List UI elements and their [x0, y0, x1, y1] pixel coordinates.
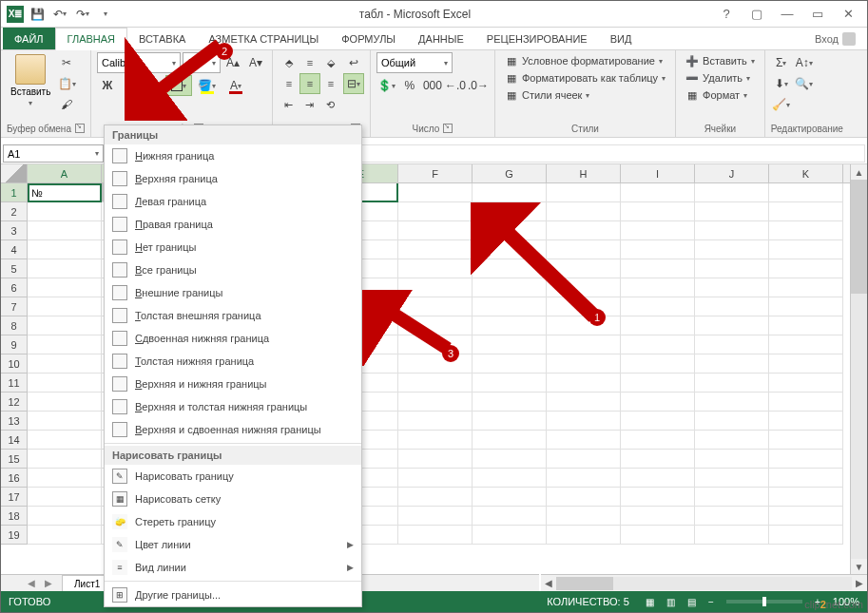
redo-icon[interactable]: ↷▾ — [73, 5, 92, 24]
cell[interactable] — [28, 202, 102, 221]
cell[interactable] — [769, 488, 843, 507]
cell[interactable] — [547, 526, 621, 545]
clipboard-launcher[interactable] — [75, 124, 85, 133]
wrap-text-icon[interactable]: ↩ — [343, 52, 364, 73]
cell[interactable] — [621, 412, 695, 431]
cell[interactable] — [28, 412, 102, 431]
find-select-icon[interactable]: 🔍▾ — [794, 73, 815, 94]
excel-app-icon[interactable]: X≣ — [7, 6, 24, 23]
cell[interactable] — [398, 221, 473, 240]
cell[interactable] — [473, 488, 547, 507]
cell[interactable] — [769, 412, 843, 431]
cell[interactable] — [769, 393, 843, 412]
col-header-j[interactable]: J — [695, 164, 769, 182]
align-right-icon[interactable]: ≡ — [320, 73, 341, 94]
cell[interactable] — [547, 393, 621, 412]
comma-format-icon[interactable]: 000 — [422, 75, 443, 96]
cell[interactable] — [28, 507, 102, 526]
sheet-nav-next[interactable]: ▶ — [45, 578, 58, 588]
minimize-icon[interactable]: — — [776, 5, 799, 24]
border-option-item[interactable]: Левая граница — [105, 190, 361, 213]
horizontal-scrollbar[interactable]: ◀ ▶ — [541, 574, 867, 591]
tab-view[interactable]: ВИД — [599, 28, 644, 49]
orientation-icon[interactable]: ⟲ — [320, 94, 341, 115]
name-box[interactable]: A1▾ — [3, 144, 104, 163]
line-style-item[interactable]: ≡Вид линии▶ — [105, 556, 361, 579]
border-option-item[interactable]: Сдвоенная нижняя граница — [105, 327, 361, 350]
cell[interactable] — [695, 183, 769, 202]
cell[interactable] — [547, 259, 621, 278]
cell-styles-button[interactable]: ▦Стили ячеек▾ — [501, 86, 669, 104]
cell[interactable] — [695, 221, 769, 240]
cell[interactable] — [398, 374, 473, 393]
cell[interactable] — [473, 221, 547, 240]
cell[interactable] — [398, 412, 473, 431]
bold-button[interactable]: Ж — [97, 75, 118, 96]
border-option-item[interactable]: Верхняя и толстая нижняя границы — [105, 395, 361, 418]
cell[interactable] — [398, 240, 473, 259]
cell[interactable] — [621, 202, 695, 221]
row-header[interactable]: 19 — [1, 526, 28, 545]
help-icon[interactable]: ? — [715, 5, 738, 24]
maximize-icon[interactable]: ▭ — [806, 5, 829, 24]
row-header[interactable]: 9 — [1, 335, 28, 354]
format-painter-icon[interactable]: 🖌 — [56, 94, 77, 115]
cell[interactable] — [473, 278, 547, 297]
cell[interactable] — [695, 316, 769, 335]
cell[interactable]: № — [28, 183, 102, 202]
cell[interactable] — [769, 450, 843, 469]
border-option-item[interactable]: Верхняя и сдвоенная нижняя границы — [105, 418, 361, 441]
cell[interactable] — [398, 507, 473, 526]
cell[interactable] — [547, 450, 621, 469]
cell[interactable] — [547, 316, 621, 335]
cell[interactable] — [473, 297, 547, 316]
cell[interactable] — [473, 183, 547, 202]
cell[interactable] — [621, 354, 695, 374]
sort-filter-icon[interactable]: A↕▾ — [794, 52, 815, 73]
scroll-right-icon[interactable]: ▶ — [852, 576, 867, 591]
cell[interactable] — [28, 240, 102, 259]
erase-border-item[interactable]: 🧽Стереть границу — [105, 510, 361, 533]
decrease-indent-icon[interactable]: ⇤ — [279, 94, 299, 115]
cell[interactable] — [473, 316, 547, 335]
cell[interactable] — [547, 431, 621, 450]
sign-in-button[interactable]: Вход — [803, 28, 867, 49]
cell[interactable] — [547, 507, 621, 526]
col-header-k[interactable]: K — [769, 164, 843, 182]
cell[interactable] — [28, 469, 102, 488]
cell[interactable] — [547, 183, 621, 202]
cell[interactable] — [621, 450, 695, 469]
tab-home[interactable]: ГЛАВНАЯ — [55, 28, 127, 50]
col-header-f[interactable]: F — [398, 164, 473, 182]
cell[interactable] — [695, 412, 769, 431]
cell[interactable] — [28, 278, 102, 297]
cell[interactable] — [621, 393, 695, 412]
qat-customize-icon[interactable]: ▾ — [96, 5, 115, 24]
view-pagebreak-icon[interactable]: ▤ — [683, 594, 702, 609]
border-option-item[interactable]: Нижняя граница — [105, 144, 361, 167]
cell[interactable] — [473, 374, 547, 393]
border-option-item[interactable]: Нет границы — [105, 236, 361, 259]
cell[interactable] — [547, 354, 621, 374]
row-header[interactable]: 14 — [1, 431, 28, 450]
view-normal-icon[interactable]: ▦ — [641, 594, 660, 609]
percent-format-icon[interactable]: % — [399, 75, 420, 96]
cell[interactable] — [473, 412, 547, 431]
row-header[interactable]: 11 — [1, 374, 28, 393]
cell[interactable] — [398, 278, 473, 297]
cell[interactable] — [473, 240, 547, 259]
cell[interactable] — [547, 221, 621, 240]
align-center-icon[interactable]: ≡ — [299, 73, 320, 94]
draw-border-item[interactable]: ✎Нарисовать границу — [105, 465, 361, 488]
cell[interactable] — [621, 374, 695, 393]
cell[interactable] — [547, 374, 621, 393]
row-header[interactable]: 13 — [1, 412, 28, 431]
row-header[interactable]: 15 — [1, 450, 28, 469]
cell[interactable] — [28, 526, 102, 545]
cell[interactable] — [473, 507, 547, 526]
cell[interactable] — [28, 374, 102, 393]
cell[interactable] — [473, 259, 547, 278]
cell[interactable] — [473, 335, 547, 354]
tab-data[interactable]: ДАННЫЕ — [407, 28, 475, 49]
copy-icon[interactable]: 📋▾ — [56, 73, 77, 94]
